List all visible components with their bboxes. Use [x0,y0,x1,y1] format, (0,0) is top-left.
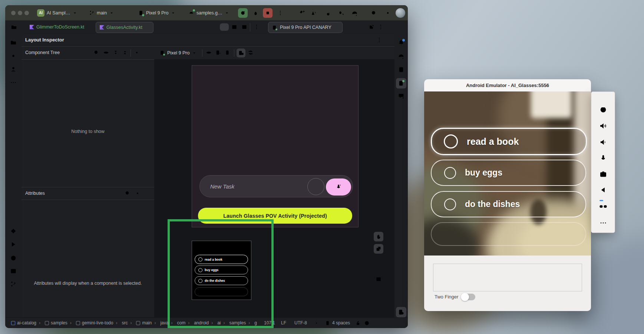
tree-hide-button[interactable] [143,50,149,56]
stripe-running-devices-button[interactable] [396,78,406,88]
zoom-to-fit-button[interactable] [374,274,383,284]
zoom-out-button[interactable] [374,265,383,275]
screenshot-export-button[interactable] [215,50,221,56]
emulator-titlebar[interactable]: Android Emulator - AI_Glasses:5556 [424,79,591,92]
compare-layers-button[interactable] [374,244,383,254]
project-selector[interactable]: AI AI Sampl… [37,5,77,20]
tree-search-button[interactable] [93,50,99,56]
profiler-button[interactable] [322,8,332,18]
stripe-insights-button[interactable] [10,228,17,234]
todo-item-buy-eggs[interactable]: buy eggs [431,160,586,186]
emulator-microphone-button[interactable] [599,154,607,162]
attributes-settings-button[interactable] [135,190,141,196]
stripe-project-button[interactable] [10,39,17,46]
collapse-all-button[interactable] [122,50,128,56]
radio-circle-icon[interactable] [444,198,456,210]
emulator-glasses-button[interactable] [599,201,608,210]
todo-item-read-a-book[interactable]: read a book [431,128,587,155]
refresh-button[interactable] [248,50,254,56]
expand-all-button[interactable] [113,50,119,56]
emulator-camera-view[interactable]: read a book buy eggs do the dishes [424,91,591,255]
stripe-more-button[interactable] [10,79,17,86]
zoom-in-button[interactable] [374,256,383,266]
emulator-power-button[interactable] [599,105,607,113]
panel-options-menu[interactable] [378,24,384,30]
stripe-gradle-button[interactable] [398,53,405,60]
hide-panel-button[interactable] [386,37,392,43]
project-tool-button[interactable] [11,24,17,30]
tab-glassesactivity[interactable]: GlassesActivity.kt [96,22,153,33]
branch-selector[interactable]: main [89,5,114,20]
glasses-display-preview[interactable]: read a book buy eggs do the dishes [192,241,251,300]
device-selector[interactable]: Pixel 9 Pro [138,5,176,20]
stripe-vcs-button[interactable] [10,281,17,287]
window-minimize-button[interactable] [18,11,22,15]
stripe-terminal-button[interactable] [10,268,17,274]
search-everywhere-button[interactable] [369,8,379,18]
inspection-status[interactable] [364,318,370,328]
emulator-camera-button[interactable] [599,170,607,178]
touchpad-area[interactable] [433,264,582,291]
emulator-volume-down-button[interactable] [599,138,607,146]
file-encoding[interactable]: UTF-8 [294,318,307,328]
indent-size[interactable]: 4 spaces [325,318,350,328]
live-updates-toggle[interactable] [237,49,245,57]
caret-position[interactable]: 107:1 [264,318,275,328]
device-screen-render[interactable]: New Task Launch Glasses POV Activity (Pr… [192,65,359,227]
add-device-button[interactable] [346,24,352,30]
readonly-toggle[interactable] [355,318,361,328]
build-button[interactable] [297,8,307,18]
open-in-window-button[interactable] [369,24,374,30]
attributes-search-button[interactable] [125,190,131,196]
apply-changes-button[interactable] [308,8,318,18]
panel-options-menu[interactable] [376,37,382,43]
stripe-problems-button[interactable] [10,255,17,261]
todo-item-do-the-dishes[interactable]: do the dishes [431,191,586,217]
snapshot-tree-button[interactable] [225,50,231,56]
editor-preview-button[interactable] [241,24,247,30]
breadcrumb[interactable]: ai-catalog samples gemini-live-todo src … [11,318,257,328]
window-close-button[interactable] [11,11,16,15]
emulator-volume-up-button[interactable] [599,122,607,130]
close-icon[interactable] [334,25,339,30]
emulator-close-button[interactable] [596,94,601,99]
editor-more-menu[interactable] [254,24,260,30]
stripe-layout-inspector-button[interactable] [396,307,406,317]
render-visibility-button[interactable] [206,50,212,56]
editor-split-view-button[interactable] [231,24,237,30]
pan-tool-button[interactable] [374,232,383,241]
run-options-menu[interactable] [275,8,285,18]
stripe-structure-button[interactable] [10,66,17,73]
rerun-button[interactable] [238,8,248,18]
tree-settings-button[interactable] [134,50,140,56]
hide-panel-button[interactable] [386,24,392,30]
tree-visibility-button[interactable] [103,50,109,56]
settings-button[interactable] [383,8,393,18]
debug-button[interactable] [251,8,260,18]
radio-circle-icon[interactable] [444,134,458,148]
emulator-more-button[interactable] [600,219,607,227]
editor-list-view-button[interactable] [220,24,229,31]
stripe-device-manager-button[interactable] [398,66,404,73]
stripe-play-policy-button[interactable] [10,241,17,248]
user-avatar[interactable] [396,8,405,18]
indent-config[interactable] [315,318,321,328]
attributes-hide-button[interactable] [145,190,151,196]
window-zoom-button[interactable] [24,11,29,15]
radio-circle-icon[interactable] [444,167,456,179]
add-task-button[interactable] [307,178,324,195]
attach-debugger-button[interactable] [336,8,346,18]
stripe-gemini-button[interactable] [398,93,404,99]
run-configuration-selector[interactable]: samples.g… [188,5,229,20]
tab-glimmertodoscreen[interactable]: GlimmerToDoScreen.kt [26,22,88,32]
close-icon[interactable] [145,25,149,30]
stripe-commit-button[interactable] [10,53,17,59]
stripe-notifications-button[interactable] [398,39,404,46]
line-separator[interactable]: LF [281,318,286,328]
gradle-sync-button[interactable] [350,8,359,18]
voice-input-button[interactable] [326,178,351,196]
emulator-back-button[interactable] [599,186,607,194]
running-devices-tab[interactable]: Pixel 9 Pro API CANARY [268,22,343,33]
new-task-field[interactable]: New Task [199,175,353,197]
two-finger-toggle[interactable] [461,294,475,300]
